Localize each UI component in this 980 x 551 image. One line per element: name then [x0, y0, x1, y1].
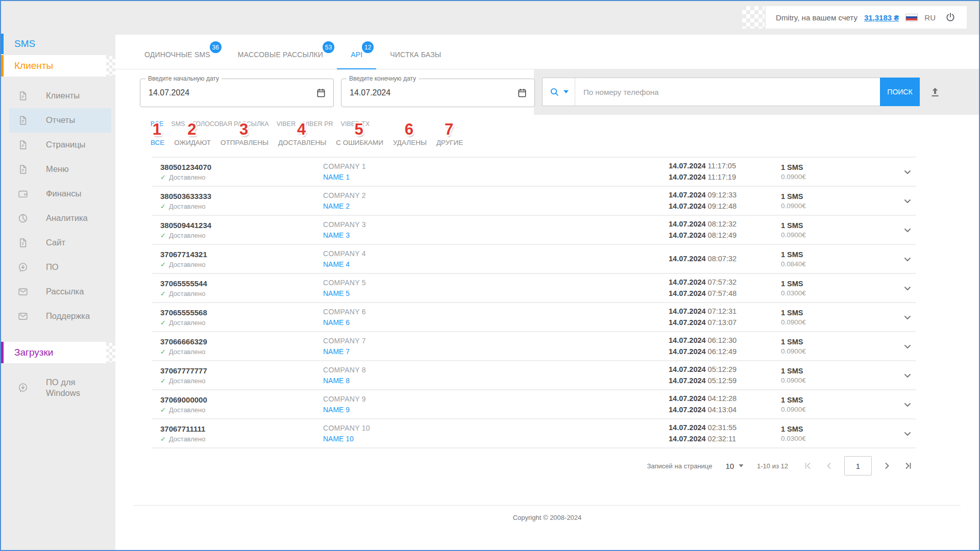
- search-button[interactable]: ПОИСК: [880, 78, 920, 106]
- table-row[interactable]: 380503633333 ✓ Доставлено COMPANY 2 NAME…: [152, 187, 916, 216]
- tab-count-badge: 53: [323, 41, 334, 53]
- sender-name-link[interactable]: NAME 9: [323, 406, 350, 414]
- upload-icon[interactable]: [928, 85, 942, 98]
- sidebar-section-sms[interactable]: SMS: [1, 34, 115, 54]
- table-row[interactable]: 37069000000 ✓ Доставлено COMPANY 9 NAME …: [152, 390, 916, 419]
- sms-price: 0.0300€: [781, 435, 899, 442]
- date-from-input[interactable]: [149, 88, 316, 97]
- table-row[interactable]: 37067777777 ✓ Доставлено COMPANY 8 NAME …: [152, 361, 916, 390]
- tab-count-badge: 12: [362, 41, 374, 53]
- sms-count: 1 SMS: [781, 221, 899, 230]
- channel-filter-chip[interactable]: ВСЕ: [151, 120, 163, 128]
- status-filter-chip[interactable]: 1 ВСЕ: [151, 139, 164, 146]
- sidebar-menu-item[interactable]: ПО: [9, 255, 111, 280]
- sidebar-item-label: Клиенты: [46, 90, 80, 101]
- table-row[interactable]: 37065555568 ✓ Доставлено COMPANY 6 NAME …: [152, 303, 916, 332]
- sender-name-link[interactable]: NAME 6: [323, 318, 350, 327]
- language-label[interactable]: RU: [924, 13, 936, 22]
- sender-name-link[interactable]: NAME 10: [323, 435, 354, 443]
- page-size-select[interactable]: 10: [725, 462, 744, 470]
- sidebar-item-label: Поддержка: [46, 311, 90, 321]
- delivery-status: Доставлено: [169, 435, 206, 443]
- table-row[interactable]: 37067714321 ✓ Доставлено COMPANY 4 NAME …: [152, 245, 916, 274]
- table-row[interactable]: 37066666329 ✓ Доставлено COMPANY 7 NAME …: [152, 332, 916, 361]
- sidebar-menu-item[interactable]: Рассылка: [9, 280, 111, 304]
- table-row[interactable]: 37067711111 ✓ Доставлено COMPANY 10 NAME…: [152, 419, 916, 448]
- report-tab[interactable]: МАССОВЫЕ РАССЫЛКИ 53: [224, 35, 337, 69]
- sender-name-link[interactable]: NAME 4: [323, 260, 350, 268]
- status-filter-chip[interactable]: 3 ОТПРАВЛЕНЫ: [220, 139, 268, 146]
- channel-filter-chip[interactable]: VIBER PR: [303, 120, 333, 128]
- sender-name-link[interactable]: NAME 8: [323, 377, 350, 385]
- expand-chevron-icon[interactable]: [901, 340, 914, 353]
- search-input[interactable]: [575, 78, 880, 106]
- sidebar-menu-item[interactable]: Поддержка: [9, 304, 111, 329]
- report-tab[interactable]: ОДИНОЧНЫЕ SMS 36: [131, 35, 224, 69]
- channel-filter-chip[interactable]: VIBER: [277, 120, 296, 128]
- status-filter-chip[interactable]: 2 ОЖИДАЮТ: [174, 139, 211, 146]
- expand-chevron-icon[interactable]: [901, 166, 914, 178]
- channel-filter-chip[interactable]: ГОЛОСОВАЯ РАССЫЛКА: [192, 120, 268, 128]
- search-type-dropdown[interactable]: [543, 78, 575, 106]
- sidebar-menu-item[interactable]: ПО для Windows: [9, 371, 111, 404]
- expand-chevron-icon[interactable]: [901, 428, 914, 440]
- expand-chevron-icon[interactable]: [901, 224, 914, 236]
- date-to-input[interactable]: [350, 88, 517, 97]
- delivered-check-icon: ✓: [160, 232, 166, 239]
- channel-filter-chip[interactable]: VIBER TX: [341, 120, 370, 128]
- company-label: COMPANY 2: [323, 191, 669, 199]
- sidebar-menu-item[interactable]: Сайт: [9, 231, 111, 255]
- next-page-button[interactable]: [881, 460, 893, 472]
- sidebar-item-icon: [17, 237, 29, 248]
- delivered-datetime: 14.07.2024 07:13:07: [669, 317, 781, 329]
- status-filter-label: ВСЕ: [151, 139, 164, 146]
- first-page-button[interactable]: [801, 460, 814, 472]
- sidebar-section-clients[interactable]: Клиенты: [1, 55, 106, 77]
- expand-chevron-icon[interactable]: [901, 311, 914, 323]
- report-tab[interactable]: ЧИСТКА БАЗЫ: [376, 35, 455, 69]
- company-label: COMPANY 7: [323, 337, 669, 345]
- company-label: COMPANY 1: [323, 162, 669, 170]
- logout-power-icon[interactable]: [944, 11, 957, 23]
- expand-chevron-icon[interactable]: [901, 282, 914, 294]
- balance-link[interactable]: 31,3183 ₴: [864, 13, 899, 22]
- sidebar-menu-item[interactable]: Клиенты: [9, 84, 111, 108]
- sender-name-link[interactable]: NAME 5: [323, 289, 350, 297]
- phone-number: 37067777777: [160, 366, 323, 375]
- status-filter-chip[interactable]: 6 УДАЛЕНЫ: [393, 139, 427, 146]
- table-row[interactable]: 380509441234 ✓ Доставлено COMPANY 3 NAME…: [152, 216, 916, 245]
- channel-filter-chip[interactable]: SMS: [171, 120, 185, 128]
- expand-chevron-icon[interactable]: [901, 253, 914, 265]
- status-filter-chip[interactable]: 5 С ОШИБКАМИ: [336, 139, 383, 146]
- date-to-field[interactable]: Введите конечную дату: [341, 79, 535, 107]
- table-row[interactable]: 37065555544 ✓ Доставлено COMPANY 5 NAME …: [152, 274, 916, 303]
- table-row[interactable]: 380501234070 ✓ Доставлено COMPANY 1 NAME…: [152, 158, 916, 187]
- last-page-button[interactable]: [902, 460, 915, 472]
- sidebar-section-downloads[interactable]: Загрузки: [1, 342, 106, 363]
- sidebar-menu-item[interactable]: Финансы: [9, 182, 111, 206]
- sender-name-link[interactable]: NAME 3: [323, 231, 350, 239]
- sidebar: SMS Клиенты Клиенты Отчеты: [1, 1, 115, 550]
- sidebar-menu-item[interactable]: Аналитика: [9, 206, 111, 231]
- main-panel: ОДИНОЧНЫЕ SMS 36 МАССОВЫЕ РАССЫЛКИ 53 AP…: [115, 35, 979, 550]
- calendar-icon[interactable]: [517, 88, 527, 98]
- date-from-field[interactable]: Введите начальную дату: [140, 79, 334, 107]
- expand-chevron-icon[interactable]: [901, 369, 914, 382]
- sender-name-link[interactable]: NAME 1: [323, 173, 350, 181]
- sender-name-link[interactable]: NAME 2: [323, 202, 350, 210]
- report-tab[interactable]: API 12: [337, 35, 376, 69]
- calendar-icon[interactable]: [316, 88, 326, 98]
- status-filter-chip[interactable]: 4 ДОСТАВЛЕНЫ: [278, 139, 326, 146]
- phone-number: 37066666329: [160, 337, 323, 346]
- current-page-box[interactable]: 1: [844, 456, 872, 475]
- status-filter-chip[interactable]: 7 ДРУГИЕ: [436, 139, 463, 146]
- expand-chevron-icon[interactable]: [901, 195, 914, 207]
- sidebar-menu-item[interactable]: Страницы: [9, 133, 111, 157]
- expand-chevron-icon[interactable]: [901, 398, 914, 411]
- sender-name-link[interactable]: NAME 7: [323, 347, 350, 356]
- delivery-status: Доставлено: [169, 261, 206, 268]
- sidebar-menu-item[interactable]: Меню: [9, 157, 111, 182]
- sms-price: 0.0900€: [781, 231, 899, 239]
- sidebar-menu-item[interactable]: Отчеты: [9, 108, 111, 133]
- prev-page-button[interactable]: [823, 460, 835, 472]
